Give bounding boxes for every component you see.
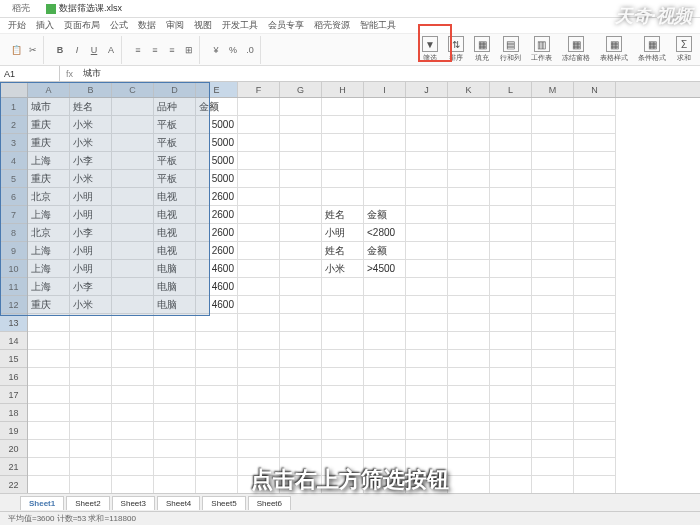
cell[interactable] (322, 404, 364, 422)
cell[interactable] (448, 350, 490, 368)
cell[interactable] (490, 134, 532, 152)
cell[interactable]: 金额 (364, 242, 406, 260)
cell[interactable]: 金额 (196, 98, 238, 116)
cell[interactable]: 重庆 (28, 116, 70, 134)
cell[interactable]: 平板 (154, 134, 196, 152)
cell[interactable]: 小米 (322, 260, 364, 278)
cell[interactable] (364, 152, 406, 170)
cell[interactable] (28, 476, 70, 494)
name-box[interactable]: A1 (0, 66, 60, 81)
sheet-tab[interactable]: Sheet6 (248, 496, 291, 510)
cell[interactable] (448, 98, 490, 116)
cell[interactable] (112, 98, 154, 116)
cell[interactable] (112, 386, 154, 404)
row-header[interactable]: 12 (0, 296, 27, 314)
cell[interactable] (196, 476, 238, 494)
cell[interactable]: 重庆 (28, 134, 70, 152)
sheet-tab[interactable]: Sheet1 (20, 496, 64, 510)
cell[interactable] (322, 152, 364, 170)
cell[interactable] (406, 404, 448, 422)
cell[interactable] (574, 368, 616, 386)
row-header[interactable]: 2 (0, 116, 27, 134)
cell[interactable] (238, 332, 280, 350)
cell[interactable] (112, 134, 154, 152)
cell[interactable] (448, 314, 490, 332)
cell[interactable] (406, 116, 448, 134)
cell[interactable] (406, 188, 448, 206)
cell[interactable] (448, 116, 490, 134)
cell[interactable] (364, 386, 406, 404)
cell[interactable] (532, 188, 574, 206)
paste-button[interactable]: 📋 (9, 43, 23, 57)
column-header[interactable]: I (364, 82, 406, 97)
cell[interactable] (196, 422, 238, 440)
cell[interactable] (154, 422, 196, 440)
cell[interactable] (532, 458, 574, 476)
cell[interactable] (196, 368, 238, 386)
cell[interactable] (112, 152, 154, 170)
align-right-button[interactable]: ≡ (165, 43, 179, 57)
cell[interactable] (322, 422, 364, 440)
fill-button[interactable]: ▦ 填充 (472, 36, 492, 63)
column-header[interactable]: A (28, 82, 70, 97)
cell[interactable] (490, 404, 532, 422)
cell[interactable] (364, 314, 406, 332)
cell[interactable] (238, 224, 280, 242)
cell[interactable] (532, 260, 574, 278)
cell[interactable] (322, 332, 364, 350)
cell[interactable] (112, 350, 154, 368)
cell[interactable] (154, 314, 196, 332)
cell[interactable] (574, 260, 616, 278)
cell[interactable] (574, 476, 616, 494)
cell[interactable] (196, 314, 238, 332)
italic-button[interactable]: I (70, 43, 84, 57)
cell[interactable]: 4600 (196, 278, 238, 296)
cell[interactable] (238, 368, 280, 386)
table-style-button[interactable]: ▦ 表格样式 (598, 36, 630, 63)
cell[interactable]: 电脑 (154, 260, 196, 278)
cell[interactable] (28, 332, 70, 350)
cell[interactable] (490, 170, 532, 188)
cell[interactable] (532, 440, 574, 458)
cell[interactable]: 电脑 (154, 278, 196, 296)
sheet-tab[interactable]: Sheet3 (112, 496, 155, 510)
align-center-button[interactable]: ≡ (148, 43, 162, 57)
cell[interactable] (574, 350, 616, 368)
cell[interactable] (532, 296, 574, 314)
cell[interactable]: 5000 (196, 116, 238, 134)
column-header[interactable]: J (406, 82, 448, 97)
cell[interactable] (406, 260, 448, 278)
cell[interactable] (238, 98, 280, 116)
app-tab-home[interactable]: 稻壳 (4, 0, 38, 17)
currency-button[interactable]: ¥ (209, 43, 223, 57)
cell[interactable] (112, 314, 154, 332)
cell[interactable]: 小米 (70, 116, 112, 134)
row-header[interactable]: 13 (0, 314, 27, 332)
cell[interactable] (364, 278, 406, 296)
cell[interactable] (70, 386, 112, 404)
column-header[interactable]: H (322, 82, 364, 97)
cell[interactable] (490, 278, 532, 296)
cell[interactable] (574, 422, 616, 440)
cell[interactable] (574, 278, 616, 296)
cell[interactable] (322, 296, 364, 314)
cell[interactable] (196, 458, 238, 476)
cell[interactable] (112, 422, 154, 440)
cell[interactable] (406, 134, 448, 152)
cell[interactable] (364, 368, 406, 386)
cell[interactable] (280, 296, 322, 314)
column-header[interactable]: E (196, 82, 238, 97)
cell[interactable] (490, 296, 532, 314)
cell[interactable] (70, 404, 112, 422)
cell[interactable]: 小米 (70, 170, 112, 188)
cell[interactable] (154, 350, 196, 368)
cell[interactable]: 上海 (28, 242, 70, 260)
cell[interactable]: 城市 (28, 98, 70, 116)
column-header[interactable]: M (532, 82, 574, 97)
cell[interactable] (490, 368, 532, 386)
menu-item[interactable]: 视图 (194, 19, 212, 32)
row-header[interactable]: 14 (0, 332, 27, 350)
cell[interactable] (532, 116, 574, 134)
row-header[interactable]: 19 (0, 422, 27, 440)
cell[interactable] (532, 98, 574, 116)
